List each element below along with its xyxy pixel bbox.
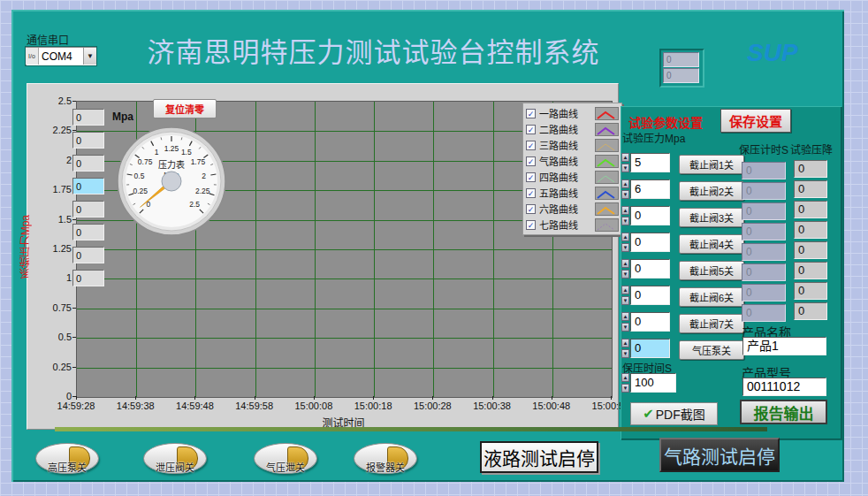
x-tick-mark <box>432 396 433 400</box>
toggle-switch-label: 高压泵关 <box>36 460 98 474</box>
spinner-up-icon[interactable]: ▲ <box>621 153 629 162</box>
toggle-switch[interactable]: 泄压阀关 <box>143 443 207 474</box>
test-pressure-input[interactable]: 6 <box>630 179 670 199</box>
pressure-spinner[interactable]: ▲▼ <box>621 286 629 305</box>
test-pressure-input[interactable]: 0 <box>630 233 670 252</box>
spinner-up-icon[interactable]: ▲ <box>621 259 629 268</box>
legend-line-swatch[interactable] <box>595 202 619 216</box>
pressure-spinner[interactable]: ▲▼ <box>621 233 629 252</box>
y-tick-mark <box>72 101 76 102</box>
legend-checkbox[interactable]: ✓ <box>526 188 536 198</box>
toggle-switch[interactable]: 报警器关 <box>354 443 417 474</box>
reset-zero-button[interactable]: 复位清零 <box>153 99 217 118</box>
test-pressure-input[interactable]: 5 <box>630 153 670 172</box>
pressure-spinner[interactable]: ▲▼ <box>621 339 629 358</box>
pressure-spinner[interactable]: ▲▼ <box>621 179 629 199</box>
valve-toggle-button[interactable]: 截止阀7关 <box>679 314 744 333</box>
pressure-gauge: 00.250.50.7511.251.51.7522.252.5压力表Mpa <box>116 126 227 237</box>
spinner-down-icon[interactable]: ▼ <box>621 384 629 393</box>
legend-checkbox[interactable]: ✓ <box>526 141 536 150</box>
test-pressure-input[interactable]: 0 <box>630 312 670 332</box>
valve-toggle-button[interactable]: 气压泵关 <box>679 340 744 360</box>
legend-line-swatch[interactable] <box>595 218 619 232</box>
valve-toggle-button[interactable]: 截止阀2关 <box>679 181 744 201</box>
pressure-drop-display: 0 <box>794 160 827 178</box>
svg-text:1.75: 1.75 <box>191 157 206 166</box>
legend-item[interactable]: ✓五路曲线 <box>526 185 619 201</box>
legend-line-swatch[interactable] <box>595 187 619 200</box>
spinner-up-icon[interactable]: ▲ <box>621 286 629 294</box>
spinner-down-icon[interactable]: ▼ <box>621 323 629 332</box>
chevron-down-icon[interactable]: ▼ <box>83 48 96 65</box>
x-tick-label: 15:00:08 <box>285 401 343 411</box>
channel-value-box: 0 <box>72 155 104 172</box>
hold-time-input[interactable]: 100 <box>630 373 676 393</box>
y-tick-label: 2.25 <box>31 125 72 135</box>
spinner-up-icon[interactable]: ▲ <box>621 233 629 241</box>
legend-item[interactable]: ✓七路曲线 <box>526 217 619 233</box>
product-name-input[interactable]: 产品1 <box>742 337 826 355</box>
valve-toggle-button[interactable]: 截止阀4关 <box>679 234 744 254</box>
serial-port-combo[interactable]: I/o COM4 ▼ <box>25 46 97 66</box>
legend-item[interactable]: ✓气路曲线 <box>526 153 619 169</box>
spinner-down-icon[interactable]: ▼ <box>621 190 629 199</box>
spinner-up-icon[interactable]: ▲ <box>621 179 629 188</box>
spinner-up-icon[interactable]: ▲ <box>621 373 629 382</box>
valve-toggle-button[interactable]: 截止阀1关 <box>679 155 744 174</box>
svg-text:2.25: 2.25 <box>195 187 210 195</box>
divider-strip <box>55 427 767 431</box>
spinner-down-icon[interactable]: ▼ <box>621 349 629 358</box>
legend-checkbox[interactable]: ✓ <box>526 125 536 134</box>
product-model-input[interactable]: 00111012 <box>742 378 826 396</box>
test-pressure-input[interactable]: 0 <box>630 259 670 279</box>
spinner-down-icon[interactable]: ▼ <box>621 243 629 252</box>
legend-checkbox[interactable]: ✓ <box>526 109 536 118</box>
legend-line-swatch[interactable] <box>595 107 619 120</box>
spinner-up-icon[interactable]: ▲ <box>621 312 629 321</box>
legend-item[interactable]: ✓六路曲线 <box>526 201 619 217</box>
legend-checkbox[interactable]: ✓ <box>526 156 536 166</box>
spinner-down-icon[interactable]: ▼ <box>621 270 629 279</box>
x-tick-label: 14:59:48 <box>165 401 224 411</box>
spinner-down-icon[interactable]: ▼ <box>621 217 629 225</box>
toggle-switch[interactable]: 气压泄关 <box>254 443 317 474</box>
legend-line-swatch[interactable] <box>595 123 619 136</box>
spinner-down-icon[interactable]: ▼ <box>621 296 629 305</box>
liquid-test-start-stop-button[interactable]: 液路测试启停 <box>480 441 598 473</box>
legend-checkbox[interactable]: ✓ <box>526 172 536 182</box>
legend-item-label: 五路曲线 <box>539 186 595 200</box>
report-output-button[interactable]: 报告输出 <box>740 400 827 424</box>
pressure-spinner[interactable]: ▲▼ <box>621 206 629 225</box>
spinner-down-icon[interactable]: ▼ <box>621 164 629 172</box>
legend-item[interactable]: ✓二路曲线 <box>526 121 619 137</box>
pressure-spinner[interactable]: ▲▼ <box>621 312 629 332</box>
pressure-spinner[interactable]: ▲▼ <box>621 153 629 172</box>
legend-line-swatch[interactable] <box>595 139 619 152</box>
legend-item[interactable]: ✓四路曲线 <box>526 169 619 185</box>
legend-line-swatch[interactable] <box>595 171 619 184</box>
legend-item[interactable]: ✓一路曲线 <box>526 105 619 121</box>
toggle-switch[interactable]: 高压泵关 <box>35 443 99 474</box>
test-pressure-input[interactable]: 0 <box>630 286 670 305</box>
test-pressure-input[interactable]: 0 <box>630 339 670 358</box>
spinner-up-icon[interactable]: ▲ <box>621 339 629 347</box>
pressure-spinner[interactable]: ▲▼ <box>621 259 629 279</box>
test-pressure-input[interactable]: 0 <box>630 206 670 225</box>
hold-time-spinner[interactable]: ▲ ▼ <box>621 373 629 393</box>
save-settings-button[interactable]: 保存设置 <box>720 109 791 133</box>
test-settings-panel: 试验参数设置 保存设置 试验压力Mpa 保压计时S 试验压降 ▲▼5截止阀1关0… <box>621 106 841 439</box>
x-tick-mark <box>373 396 374 400</box>
valve-toggle-button[interactable]: 截止阀6关 <box>679 287 744 307</box>
valve-toggle-button[interactable]: 截止阀3关 <box>679 208 744 227</box>
spinner-up-icon[interactable]: ▲ <box>621 206 629 215</box>
legend-checkbox[interactable]: ✓ <box>526 204 536 214</box>
legend-line-swatch[interactable] <box>595 155 619 168</box>
valve-toggle-button[interactable]: 截止阀5关 <box>679 261 744 280</box>
page-title: 济南思明特压力测试试验台控制系统 <box>133 30 614 70</box>
legend-checkbox[interactable]: ✓ <box>526 220 536 230</box>
gas-test-start-stop-button[interactable]: 气路测试启停 <box>659 438 780 472</box>
visa-io-icon: I/o <box>26 48 39 65</box>
grid-line-v <box>315 102 316 397</box>
pdf-snapshot-button[interactable]: ✔ PDF截图 <box>630 402 718 425</box>
legend-item[interactable]: ✓三路曲线 <box>526 137 619 153</box>
